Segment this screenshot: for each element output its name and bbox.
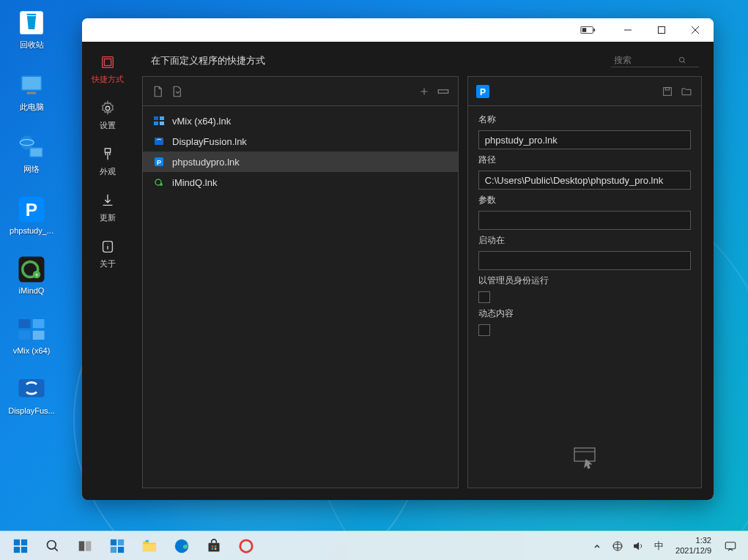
sidebar-item-about[interactable]: 关于 [99,238,116,269]
svg-rect-73 [215,548,217,550]
folder-icon[interactable] [679,84,694,99]
sidebar-item-settings[interactable]: 设置 [99,100,116,131]
minus-icon[interactable] [436,84,451,99]
admin-checkbox[interactable] [478,291,490,303]
svg-rect-14 [19,319,31,328]
svg-point-36 [679,57,684,61]
maximize-button[interactable] [645,18,678,42]
file-name: iMindQ.lnk [172,177,217,188]
desktop-icon-label: phpstudy_... [10,226,53,235]
notification-tray-icon[interactable] [719,531,742,561]
brush-icon [99,146,116,163]
file-icon [153,176,165,188]
search-input[interactable] [614,55,673,65]
sidebar-item-appearance[interactable]: 外观 [99,146,116,177]
save-icon[interactable] [660,84,675,99]
desktop-icon-recycle-bin[interactable]: 回收站 [6,6,57,52]
svg-rect-40 [160,116,164,120]
volume-tray-icon[interactable] [629,531,648,561]
ime-indicator[interactable]: 中 [649,531,668,561]
desktop-icon-vmix[interactable]: vMix (x64) [6,313,57,356]
close-button[interactable] [678,18,712,42]
desktop-icon-label: vMix (x64) [13,346,51,355]
svg-rect-17 [33,331,45,340]
file-icon [153,115,165,127]
file-name: vMix (x64).lnk [172,116,231,127]
svg-rect-69 [209,542,220,551]
search-button[interactable] [38,531,67,561]
desktop-icon-label: 网络 [23,164,40,175]
svg-rect-15 [33,319,45,328]
svg-rect-41 [154,122,158,125]
svg-rect-3 [27,92,37,94]
task-view-button[interactable] [70,531,100,561]
widgets-button[interactable] [103,531,132,561]
network-tray-icon[interactable] [608,531,627,561]
file-row[interactable]: iMindQ.lnk [143,172,458,193]
dynamic-label: 动态内容 [478,307,691,320]
clock-date: 2021/12/9 [675,546,711,556]
sidebar-item-update[interactable]: 更新 [99,192,116,223]
desktop-icon-network[interactable]: 网络 [6,130,57,176]
svg-rect-71 [215,545,217,548]
sidebar-item-shortcuts[interactable]: 快捷方式 [92,53,124,85]
svg-rect-42 [160,122,164,125]
svg-rect-55 [21,539,27,545]
svg-text:P: P [157,159,161,166]
svg-rect-16 [19,331,31,340]
titlebar[interactable] [82,18,714,42]
svg-rect-21 [582,28,587,32]
svg-rect-70 [212,545,214,548]
svg-rect-72 [212,548,214,550]
store-button[interactable] [199,531,229,561]
svg-rect-60 [79,541,85,550]
svg-rect-27 [104,59,111,65]
info-icon [99,238,116,255]
import-file-icon[interactable] [169,84,184,99]
plus-icon[interactable] [417,84,432,99]
svg-rect-61 [86,541,92,550]
page-title: 在下面定义程序的快捷方式 [151,54,265,67]
desktop-icon-this-pc[interactable]: 此电脑 [6,68,57,114]
file-list: vMix (x64).lnk DisplayFusion.lnk P phpst… [143,106,458,488]
file-row[interactable]: P phpstudypro.lnk [143,152,458,172]
svg-rect-67 [146,540,149,542]
new-file-icon[interactable] [150,84,165,99]
desktop-icon-imindq[interactable]: + iMindQ [6,253,57,296]
explorer-button[interactable] [135,531,164,561]
file-row[interactable]: vMix (x64).lnk [143,111,458,131]
sidebar-item-label: 快捷方式 [92,74,124,85]
svg-rect-50 [664,87,672,95]
dynamic-checkbox[interactable] [478,324,490,336]
name-field[interactable] [478,130,691,149]
svg-rect-38 [438,89,448,93]
start-button[interactable] [6,531,35,561]
svg-point-58 [48,540,56,549]
file-row[interactable]: DisplayFusion.lnk [143,131,458,152]
file-icon: P [153,156,165,168]
taskbar-clock[interactable]: 1:32 2021/12/9 [670,536,717,555]
svg-rect-52 [574,448,595,461]
minimize-button[interactable] [611,18,645,42]
path-field[interactable] [478,171,691,190]
args-field[interactable] [478,211,691,230]
svg-rect-63 [118,539,124,545]
svg-rect-56 [14,546,20,552]
svg-point-28 [105,106,110,111]
svg-rect-29 [105,149,110,153]
click-target-icon[interactable] [570,445,599,471]
app-window: 快捷方式 设置 外观 更新 关于 在下面定义程序的快捷方式 [82,18,714,500]
desktop-icon-displayfusion[interactable]: DisplayFus... [6,373,57,417]
edge-button[interactable] [167,531,196,561]
svg-rect-23 [659,27,665,34]
startin-field[interactable] [478,251,691,270]
search-box[interactable] [611,53,699,67]
svg-rect-64 [111,546,116,552]
desktop-icon-phpstudy[interactable]: P phpstudy_... [6,193,57,236]
svg-rect-43 [155,138,163,145]
sidebar-item-label: 设置 [100,120,116,131]
app-button[interactable] [232,531,261,561]
svg-rect-57 [21,546,27,552]
admin-label: 以管理员身份运行 [478,275,691,287]
tray-chevron-icon[interactable] [588,531,607,561]
